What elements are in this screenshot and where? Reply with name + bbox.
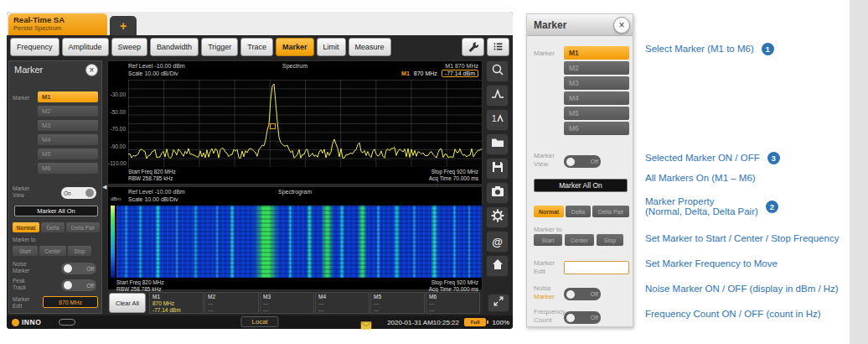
new-tab-button[interactable]: +	[110, 16, 137, 35]
preset-button[interactable]: @	[486, 231, 509, 253]
brand-logo: INNO	[12, 318, 41, 326]
marker-property-normal[interactable]: Normal	[13, 222, 39, 232]
marker-edit-label: Marker Edit	[13, 296, 39, 310]
annotation-text: Set Marker Frequency to Move	[645, 258, 778, 268]
toggle-knob	[64, 264, 72, 273]
home-button[interactable]	[486, 255, 509, 277]
clear-all-button[interactable]: Clear All	[109, 293, 146, 313]
marker-property-delta[interactable]: Delta	[41, 222, 65, 232]
save-button[interactable]	[486, 158, 509, 180]
marker-to-stop-button[interactable]: Stop	[68, 246, 91, 256]
marker-select-m4[interactable]: M4	[564, 91, 629, 105]
toolbar-button-bandwidth[interactable]: Bandwidth	[150, 38, 199, 56]
marker-to-start-button[interactable]: Start	[13, 246, 38, 256]
annotation-marker-to: Set Marker to Start / Center / Stop Freq…	[645, 232, 839, 245]
message-icon	[360, 318, 372, 326]
marker-select-m6[interactable]: M6	[564, 122, 629, 135]
peak-track-toggle[interactable]: Off	[61, 279, 96, 291]
marker-property-delta-pair[interactable]: Delta Pair	[66, 222, 100, 232]
marker-all-on-button[interactable]: Marker All On	[14, 206, 98, 216]
marker-view-label: Marker View	[534, 152, 562, 168]
camera-icon	[491, 185, 504, 201]
marker-frequency: 870 MHz	[414, 70, 437, 76]
marker-select-m2[interactable]: M2	[38, 106, 98, 117]
spectrum-title: Spectrum	[282, 63, 307, 69]
close-icon[interactable]: ×	[613, 17, 630, 34]
acq-time-readout: Acq Time 70.000 ms	[429, 175, 478, 182]
toolbar-button-trigger[interactable]: Trigger	[201, 38, 238, 56]
marker-readout: M1 870 MHz -77.14 dBm	[401, 70, 478, 77]
toolbar-button-amplitude[interactable]: Amplitude	[62, 38, 109, 56]
marker-edit-field[interactable]: 870 MHz	[43, 296, 98, 308]
cell-freq: ---	[374, 300, 421, 307]
toolbar-button-frequency[interactable]: Frequency	[10, 38, 59, 56]
marker-property-normal[interactable]: Normal	[534, 206, 564, 217]
menu-button[interactable]	[487, 38, 509, 56]
toolbar-button-trace[interactable]: Trace	[240, 38, 273, 56]
local-remote-button[interactable]: Local	[240, 316, 278, 327]
marker-to-center-button[interactable]: Center	[565, 234, 594, 246]
marker-table-cell-m5: M5 --- ---	[370, 292, 425, 314]
y-tick: -30.00	[108, 91, 126, 97]
marker-select-m5[interactable]: M5	[564, 107, 629, 120]
tools-button[interactable]	[462, 38, 484, 56]
fullscreen-button[interactable]	[488, 294, 509, 312]
annotation-text: Noise Marker ON / OFF (display in dBm / …	[645, 284, 839, 294]
spectrogram-footer: Start Freq 820 MHz RBW 258.785 kHz Stop …	[116, 279, 478, 293]
ref-level-readout: Ref Level -10.00 dBm	[128, 189, 185, 195]
marker-select-m5[interactable]: M5	[38, 149, 98, 159]
menu-list-icon	[493, 41, 504, 54]
marker-select-m1[interactable]: M1	[38, 91, 98, 102]
marker-select-m3[interactable]: M3	[38, 120, 98, 131]
marker-select-m3[interactable]: M3	[564, 76, 629, 90]
cell-name: M2	[208, 294, 256, 300]
toolbar-button-marker[interactable]: Marker	[276, 38, 314, 56]
marker-to-trace-button[interactable]: 1	[486, 109, 509, 131]
marker-select-m1[interactable]: M1	[564, 46, 629, 60]
marker-table-cell-m3: M3 --- ---	[260, 292, 314, 314]
marker-property-delta[interactable]: Delta	[566, 206, 591, 217]
brand-name: INNO	[22, 318, 41, 326]
y-tick: -110.00	[108, 160, 126, 166]
fullscreen-icon	[493, 295, 504, 310]
cell-level: ---	[318, 307, 366, 314]
open-file-button[interactable]	[486, 133, 509, 155]
step-badge-1: 1	[762, 43, 774, 55]
frequency-count-label: Frequency Count	[534, 308, 564, 324]
noise-marker-toggle[interactable]: Off	[564, 288, 601, 300]
noise-marker-toggle[interactable]: Off	[61, 263, 96, 274]
noise-marker-label: Noise Marker	[534, 284, 562, 300]
toolbar-button-limit[interactable]: Limit	[317, 38, 346, 56]
waterfall-area	[116, 206, 482, 278]
toolbar-button-measure[interactable]: Measure	[349, 38, 391, 56]
frequency-count-toggle[interactable]: Off	[564, 311, 601, 324]
step-badge-2: 2	[766, 201, 778, 213]
noise-label-word2: Marker	[534, 293, 555, 300]
marker-select-m4[interactable]: M4	[38, 134, 98, 145]
marker-view-toggle[interactable]: On	[61, 187, 96, 199]
close-icon[interactable]: ×	[85, 64, 98, 76]
marker-to-start-button[interactable]: Start	[534, 234, 562, 246]
toggle-knob	[64, 281, 72, 289]
y-tick: -90.00	[108, 143, 126, 149]
peak-search-button[interactable]	[486, 60, 509, 82]
peak-track-label: Peak Track	[13, 278, 38, 291]
marker-edit-field[interactable]	[564, 261, 629, 274]
setup-button[interactable]	[486, 206, 509, 228]
spectrum-plot-area	[128, 80, 482, 167]
marker-table-cell-m2: M2 --- ---	[204, 292, 259, 314]
marker-to-stop-button[interactable]: Stop	[597, 234, 623, 246]
tab-title: Real-Time SA	[13, 15, 102, 24]
marker-select-m2[interactable]: M2	[564, 61, 629, 75]
gear-icon	[491, 209, 504, 226]
spectrogram-display: Ref Level -10.00 dBm Spectrogram Scale 1…	[107, 186, 483, 290]
next-peak-button[interactable]	[486, 85, 509, 107]
marker-all-on-button[interactable]: Marker All On	[534, 179, 628, 192]
marker-view-toggle[interactable]: Off	[564, 155, 601, 168]
marker-property-delta-pair[interactable]: Delta Pair	[592, 206, 629, 217]
marker-to-center-button[interactable]: Center	[39, 246, 66, 256]
toolbar-button-sweep[interactable]: Sweep	[111, 38, 148, 56]
marker-select-m6[interactable]: M6	[38, 163, 98, 174]
tab-realtime-sa[interactable]: Real-Time SA Persist Spectrum	[8, 13, 107, 35]
screenshot-button[interactable]	[486, 182, 509, 204]
